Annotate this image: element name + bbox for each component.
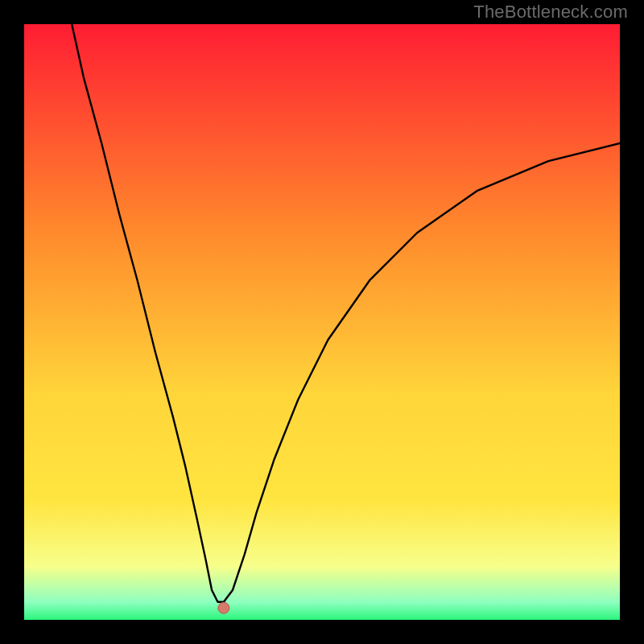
plot-area bbox=[24, 24, 620, 620]
gradient-background bbox=[24, 24, 620, 620]
frame: TheBottleneck.com bbox=[0, 0, 644, 644]
watermark-text: TheBottleneck.com bbox=[473, 2, 628, 23]
chart-svg bbox=[24, 24, 620, 620]
marker-dot bbox=[218, 602, 229, 613]
